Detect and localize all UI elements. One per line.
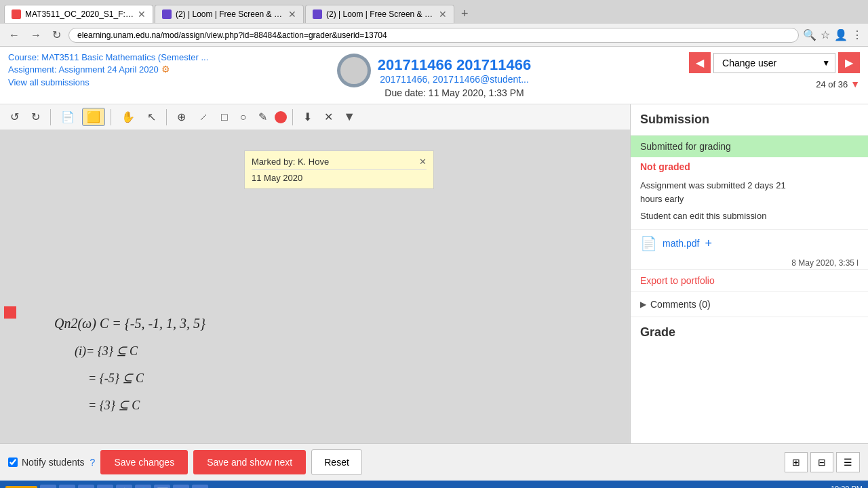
clear-button[interactable]: ✕	[319, 108, 338, 126]
paper-area: Marked by: K. Hove ✕ 11 May 2020 Qn2(ω) …	[0, 130, 630, 443]
taskbar-app2-icon[interactable]: 🖥	[97, 485, 113, 488]
pan-tool-button[interactable]: ✋	[117, 108, 140, 126]
filter-icon[interactable]: ▼	[850, 79, 860, 89]
taskbar-app3-icon[interactable]: 📋	[116, 485, 132, 488]
highlight-tool-button[interactable]: 🟨	[82, 108, 105, 126]
sticky-note-content[interactable]: 11 May 2020	[252, 173, 427, 183]
course-link[interactable]: Course: MAT3511 Basic Mathematics (Semes…	[8, 52, 208, 62]
next-user-button[interactable]: ▶	[838, 52, 860, 73]
comments-arrow-icon: ▶	[640, 300, 646, 309]
layout-buttons: ⊞ ⊟ ☰	[785, 452, 860, 472]
grade-title: Grade	[631, 317, 868, 344]
taskbar-sigma-icon[interactable]: Σ	[192, 485, 208, 488]
taskbar-ie-icon[interactable]: e	[40, 485, 56, 488]
user-count: 24 of 36 ▼	[816, 79, 860, 89]
taskbar-excel-icon[interactable]: 📊	[154, 485, 170, 488]
reset-button[interactable]: Reset	[311, 449, 362, 475]
rect-tool-button[interactable]: □	[216, 108, 233, 126]
browser-chrome: MAT3511_OC_2020_S1_F: Assign... ✕ (2) | …	[0, 0, 868, 47]
change-user-select[interactable]: Change user	[713, 53, 835, 73]
tab-3[interactable]: (2) | Loom | Free Screen & Video ... ✕	[305, 5, 454, 23]
stamp-button[interactable]: ⬇	[298, 108, 317, 126]
select-tool-button[interactable]: ↖	[142, 108, 161, 126]
submission-title: Submission	[631, 104, 868, 136]
add-point-button[interactable]: ⊕	[172, 108, 191, 126]
help-button[interactable]: ?	[90, 457, 96, 468]
forward-button[interactable]: →	[27, 28, 45, 43]
top-left: Course: MAT3511 Basic Mathematics (Semes…	[8, 52, 292, 87]
line-tool-button[interactable]: ⟋	[193, 108, 214, 126]
color-picker[interactable]	[275, 111, 287, 123]
layout-list-button[interactable]: ☰	[836, 452, 860, 472]
tab-active[interactable]: MAT3511_OC_2020_S1_F: Assign... ✕	[4, 5, 153, 23]
tab-close-2[interactable]: ✕	[288, 9, 296, 20]
taskbar-app1-icon[interactable]: ⚙	[78, 485, 94, 488]
notify-students-text: Notify students	[22, 457, 85, 468]
scroll-down-icon[interactable]: ▼	[340, 107, 358, 127]
student-info: 201711466 201711466 201711466, 201711466…	[378, 56, 531, 98]
taskbar-chrome-icon[interactable]: 🌐	[135, 485, 151, 488]
canvas-area: Marked by: K. Hove ✕ 11 May 2020 Qn2(ω) …	[0, 130, 630, 443]
taskbar-time: 10:20 PM 2020/05/11	[825, 485, 863, 488]
notify-students-checkbox[interactable]	[8, 458, 18, 467]
taskbar-app4-icon[interactable]: 📂	[173, 485, 189, 488]
avatar	[337, 54, 371, 87]
count-text: 24 of 36	[816, 79, 848, 89]
file-link[interactable]: math.pdf	[663, 238, 699, 249]
menu-icon[interactable]: ⋮	[852, 28, 863, 41]
status-not-graded: Not graded	[631, 157, 868, 176]
tab-title-3: (2) | Loom | Free Screen & Video ...	[326, 9, 435, 19]
top-bar: Course: MAT3511 Basic Mathematics (Semes…	[0, 47, 868, 104]
address-input[interactable]	[68, 28, 799, 43]
tab-favicon-2	[162, 9, 172, 19]
star-icon[interactable]: ☆	[821, 28, 830, 41]
new-tab-button[interactable]: +	[456, 4, 474, 24]
file-date: 8 May 2020, 3:35 l	[631, 257, 868, 269]
address-bar: ← → ↻ 🔍 ☆ 👤 ⋮	[0, 24, 868, 46]
page: Course: MAT3511 Basic Mathematics (Semes…	[0, 47, 868, 481]
taskbar-folder-icon[interactable]: 📁	[59, 485, 75, 488]
toolbar-separator-3	[166, 109, 167, 125]
file-row: 📄 math.pdf +	[631, 229, 868, 257]
pen-tool-button[interactable]: ✎	[254, 108, 272, 126]
top-center: 201711466 201711466 201711466, 201711466…	[292, 52, 576, 98]
circle-tool-button[interactable]: ○	[235, 108, 252, 126]
taskbar-right: EN ? 🔊 📶 10:20 PM 2020/05/11	[768, 485, 863, 488]
layout-split-button[interactable]: ⊟	[810, 452, 833, 472]
prev-user-button[interactable]: ◀	[689, 52, 711, 73]
sticky-close-button[interactable]: ✕	[419, 157, 427, 167]
tab-close-3[interactable]: ✕	[439, 9, 447, 20]
user-icon[interactable]: 👤	[834, 28, 848, 41]
tab-favicon-3	[313, 9, 322, 19]
svg-text:= {3} ⊆ C: = {3} ⊆ C	[88, 399, 140, 412]
layout-single-button[interactable]: ⊞	[785, 452, 808, 472]
due-date: Due date: 11 May 2020, 1:33 PM	[378, 87, 531, 98]
assignment-link[interactable]: Assignment: Assignment 24 April 2020	[8, 64, 159, 75]
browser-toolbar-icons: 🔍 ☆ 👤 ⋮	[803, 28, 863, 41]
tab-2[interactable]: (2) | Loom | Free Screen & Video ... ✕	[155, 5, 304, 23]
refresh-button[interactable]: ↻	[49, 27, 64, 43]
text-tool-button[interactable]: 📄	[56, 108, 79, 126]
tab-title-1: MAT3511_OC_2020_S1_F: Assign...	[25, 9, 134, 19]
redo-button[interactable]: ↻	[26, 108, 45, 126]
add-file-icon[interactable]: +	[705, 237, 712, 251]
avatar-image	[340, 57, 368, 84]
change-user-wrap: Change user	[713, 53, 835, 73]
notify-students-label: Notify students	[8, 457, 85, 468]
back-button[interactable]: ←	[5, 28, 23, 43]
submission-early-info: Assignment was submitted 2 days 21 hours…	[631, 176, 868, 208]
tab-close-1[interactable]: ✕	[138, 9, 146, 20]
comments-row[interactable]: ▶ Comments (0)	[631, 291, 868, 317]
save-changes-button[interactable]: Save changes	[100, 450, 188, 474]
gear-icon[interactable]: ⚙	[161, 64, 170, 75]
start-button[interactable]: Start	[5, 486, 37, 489]
view-all-link[interactable]: View all submissions	[8, 77, 292, 87]
save-and-show-next-button[interactable]: Save and show next	[193, 450, 306, 474]
sticky-note-author: Marked by: K. Hove	[252, 157, 329, 167]
undo-button[interactable]: ↺	[5, 108, 24, 126]
export-link[interactable]: Export to portfolio	[631, 269, 868, 291]
toolbar-separator-2	[111, 109, 111, 125]
right-panel: Submission Submitted for grading Not gra…	[631, 104, 868, 443]
search-icon[interactable]: 🔍	[803, 28, 816, 41]
annotation-toolbar: ↺ ↻ 📄 🟨 ✋ ↖ ⊕ ⟋ □ ○ ✎ ⬇ ✕ ▼	[0, 104, 630, 130]
